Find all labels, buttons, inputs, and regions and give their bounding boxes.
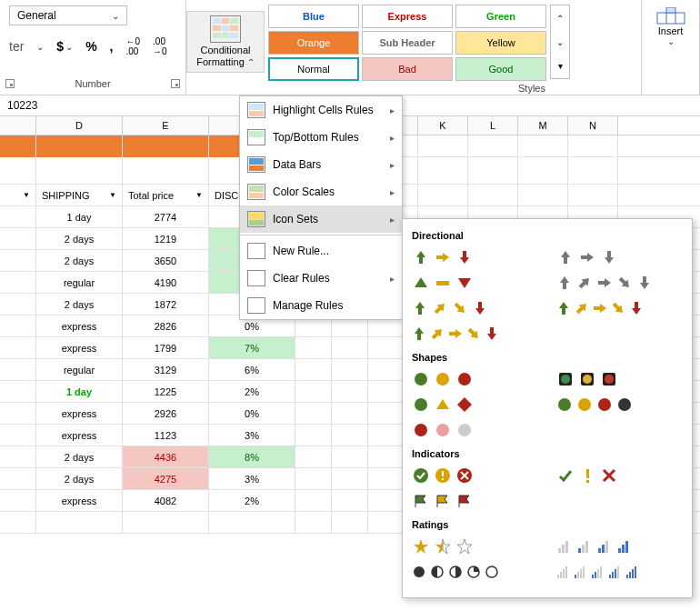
iconset-option[interactable]: [555, 246, 685, 268]
cell[interactable]: 1123: [123, 425, 209, 446]
cf-menu-item[interactable]: New Rule...: [240, 237, 402, 265]
style-good[interactable]: Good: [455, 57, 546, 81]
style-normal[interactable]: Normal: [268, 57, 359, 81]
cell[interactable]: 1225: [123, 381, 209, 402]
iconset-option[interactable]: [555, 394, 685, 416]
iconset-option[interactable]: [555, 561, 685, 583]
dialog-launcher-icon[interactable]: [171, 79, 180, 88]
cell[interactable]: 3129: [123, 359, 209, 380]
col-header[interactable]: D: [36, 116, 123, 135]
cell[interactable]: [0, 446, 36, 467]
cell[interactable]: 2774: [123, 206, 209, 227]
filter-cell[interactable]: Total price▼: [123, 185, 209, 205]
cell[interactable]: 4275: [123, 468, 209, 489]
iconset-option[interactable]: [410, 246, 540, 268]
cell[interactable]: [0, 381, 36, 402]
style-bad[interactable]: Bad: [362, 57, 453, 81]
cell[interactable]: 2926: [123, 403, 209, 424]
iconset-option[interactable]: [410, 536, 540, 557]
cell[interactable]: 4190: [123, 272, 209, 293]
cell[interactable]: 8%: [209, 446, 295, 467]
cf-menu-item[interactable]: Clear Rules▸: [240, 265, 402, 292]
percent-button[interactable]: %: [85, 39, 96, 54]
scroll-up-button[interactable]: ⌃: [553, 7, 567, 29]
iconset-option[interactable]: [410, 394, 540, 416]
cell[interactable]: [0, 316, 36, 336]
cell[interactable]: 3650: [123, 250, 209, 271]
cell[interactable]: 0%: [209, 403, 295, 424]
filter-cell[interactable]: ▼: [0, 185, 36, 205]
iconset-option[interactable]: [555, 368, 685, 390]
cell[interactable]: [0, 403, 36, 424]
style-express[interactable]: Express: [362, 5, 453, 28]
dialog-launcher-icon[interactable]: [5, 79, 15, 88]
cell[interactable]: [0, 490, 36, 511]
cf-menu-item[interactable]: Data Bars▸: [240, 151, 402, 178]
cf-menu-item[interactable]: Icon Sets▸: [240, 205, 402, 233]
iconset-option[interactable]: [410, 465, 540, 486]
style-sub-header[interactable]: Sub Header: [362, 31, 453, 55]
scroll-down-button[interactable]: ⌄: [553, 31, 567, 53]
iconset-option[interactable]: [410, 419, 540, 441]
cell[interactable]: 3%: [209, 425, 295, 446]
col-header[interactable]: N: [568, 116, 618, 135]
cell[interactable]: 2826: [123, 316, 209, 336]
cell[interactable]: express: [36, 316, 123, 336]
style-green[interactable]: Green: [455, 5, 546, 28]
cell[interactable]: 1 day: [36, 206, 123, 227]
cell[interactable]: [0, 272, 36, 293]
iconset-option[interactable]: [555, 297, 685, 319]
cell[interactable]: 1 day: [36, 381, 123, 402]
cell[interactable]: 1799: [123, 337, 209, 358]
cf-menu-item[interactable]: Manage Rules: [240, 292, 402, 319]
cell[interactable]: express: [36, 425, 123, 446]
col-header[interactable]: L: [468, 116, 518, 135]
col-header[interactable]: M: [518, 116, 568, 135]
cell[interactable]: [0, 228, 36, 249]
comma-button[interactable]: ,: [110, 39, 114, 54]
cf-menu-item[interactable]: Top/Bottom Rules▸: [240, 124, 402, 151]
decrease-decimal-button[interactable]: .00→0: [153, 36, 167, 56]
cell[interactable]: regular: [36, 272, 123, 293]
cell[interactable]: [0, 359, 36, 380]
filter-cell[interactable]: SHIPPING▼: [36, 185, 123, 205]
cell[interactable]: 7%: [209, 337, 295, 358]
iconset-option[interactable]: [555, 465, 685, 486]
iconset-option[interactable]: [555, 272, 685, 294]
cell[interactable]: 4436: [123, 446, 209, 467]
cell[interactable]: express: [36, 490, 123, 511]
iconset-option[interactable]: [410, 272, 540, 294]
style-orange[interactable]: Orange: [268, 31, 359, 55]
style-yellow[interactable]: Yellow: [455, 31, 546, 55]
iconset-option[interactable]: [410, 297, 540, 319]
cf-menu-item[interactable]: Color Scales▸: [240, 178, 402, 205]
currency-button[interactable]: $⌄: [56, 39, 73, 54]
accounting-button[interactable]: ter: [9, 39, 24, 54]
cell[interactable]: 2%: [209, 381, 295, 402]
cell[interactable]: 2 days: [36, 250, 123, 271]
conditional-formatting-button[interactable]: Conditional Formatting ⌃: [186, 11, 265, 73]
cell[interactable]: 2 days: [36, 446, 123, 467]
insert-button[interactable]: Insert ⌄: [647, 4, 694, 50]
number-format-select[interactable]: General ⌄: [9, 5, 127, 25]
cell[interactable]: 2%: [209, 490, 295, 511]
cell[interactable]: express: [36, 337, 123, 358]
cell[interactable]: 6%: [209, 359, 295, 380]
iconset-option[interactable]: [410, 368, 540, 390]
cell[interactable]: [0, 294, 36, 315]
cell[interactable]: 1872: [123, 294, 209, 315]
cell[interactable]: [0, 425, 36, 446]
cell[interactable]: express: [36, 403, 123, 424]
cell[interactable]: 1219: [123, 228, 209, 249]
cell[interactable]: 2 days: [36, 468, 123, 489]
col-header[interactable]: K: [418, 116, 468, 135]
cf-menu-item[interactable]: Highlight Cells Rules▸: [240, 96, 402, 124]
cell[interactable]: regular: [36, 359, 123, 380]
iconset-option[interactable]: [410, 490, 540, 512]
cell[interactable]: [0, 337, 36, 358]
iconset-option[interactable]: [410, 323, 540, 345]
style-blue[interactable]: Blue: [268, 5, 359, 28]
increase-decimal-button[interactable]: ←0.00: [125, 36, 140, 56]
iconset-option[interactable]: [410, 561, 540, 583]
col-header[interactable]: E: [123, 116, 209, 135]
